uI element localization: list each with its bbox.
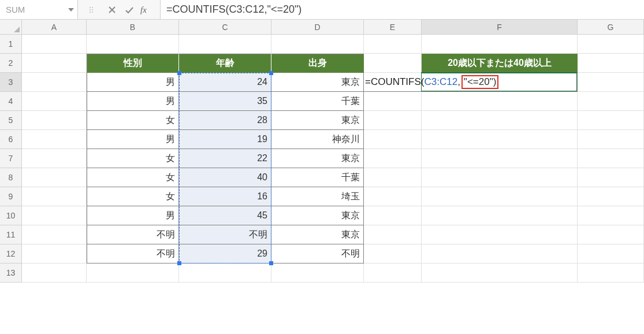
table-row-gender-3[interactable]: 男 xyxy=(87,73,179,92)
expand-icon[interactable] xyxy=(83,0,100,19)
gridcell-A6[interactable] xyxy=(22,130,87,149)
cancel-icon[interactable] xyxy=(103,0,121,19)
gridcell-A1[interactable] xyxy=(22,35,87,54)
gridcell-E10[interactable] xyxy=(364,206,422,225)
row-header-4[interactable]: 4 xyxy=(0,92,22,111)
select-all-button[interactable] xyxy=(0,20,22,35)
table-row-gender-7[interactable]: 女 xyxy=(87,149,179,168)
gridcell-F13[interactable] xyxy=(422,264,578,283)
gridcell-A10[interactable] xyxy=(22,206,87,225)
table-row-gender-5[interactable]: 女 xyxy=(87,111,179,130)
gridcell-F9[interactable] xyxy=(422,187,578,206)
gridcell-G11[interactable] xyxy=(578,225,644,244)
gridcell-F10[interactable] xyxy=(422,206,578,225)
selection-handle-0[interactable] xyxy=(177,71,181,75)
gridcell-F5[interactable] xyxy=(422,111,578,130)
table-row-gender-9[interactable]: 女 xyxy=(87,187,179,206)
row-header-13[interactable]: 13 xyxy=(0,264,22,283)
table-row-origin-5[interactable]: 東京 xyxy=(271,111,364,130)
selection-handle-1[interactable] xyxy=(269,71,273,75)
table-row-origin-4[interactable]: 千葉 xyxy=(271,92,364,111)
gridcell-A4[interactable] xyxy=(22,92,87,111)
row-header-11[interactable]: 11 xyxy=(0,225,22,244)
gridcell-A5[interactable] xyxy=(22,111,87,130)
table-row-gender-11[interactable]: 不明 xyxy=(87,225,179,244)
formula-input[interactable]: =COUNTIFS(C3:C12,"<=20") xyxy=(161,0,644,19)
table-row-age-11[interactable]: 不明 xyxy=(179,225,271,244)
row-header-9[interactable]: 9 xyxy=(0,187,22,206)
table-row-age-9[interactable]: 16 xyxy=(179,187,271,206)
gridcell-G9[interactable] xyxy=(578,187,644,206)
row-header-12[interactable]: 12 xyxy=(0,244,22,264)
gridcell-G4[interactable] xyxy=(578,92,644,111)
gridcell-E13[interactable] xyxy=(364,264,422,283)
table-row-origin-11[interactable]: 東京 xyxy=(271,225,364,244)
column-header-f[interactable]: F xyxy=(422,20,578,35)
table-row-gender-12[interactable]: 不明 xyxy=(87,244,179,264)
gridcell-B13[interactable] xyxy=(87,264,179,283)
gridcell-G3[interactable] xyxy=(578,73,644,92)
gridcell-C1[interactable] xyxy=(179,35,271,54)
table-row-gender-6[interactable]: 男 xyxy=(87,130,179,149)
table-row-origin-3[interactable]: 東京 xyxy=(271,73,364,92)
gridcell-E12[interactable] xyxy=(364,244,422,264)
row-header-7[interactable]: 7 xyxy=(0,149,22,168)
enter-icon[interactable] xyxy=(121,0,138,19)
row-header-3[interactable]: 3 xyxy=(0,73,22,92)
gridcell-G7[interactable] xyxy=(578,149,644,168)
gridcell-G13[interactable] xyxy=(578,264,644,283)
gridcell-A3[interactable] xyxy=(22,73,87,92)
gridcell-E5[interactable] xyxy=(364,111,422,130)
table-row-gender-4[interactable]: 男 xyxy=(87,92,179,111)
table-row-age-5[interactable]: 28 xyxy=(179,111,271,130)
row-header-1[interactable]: 1 xyxy=(0,35,22,54)
gridcell-F7[interactable] xyxy=(422,149,578,168)
column-header-d[interactable]: D xyxy=(271,20,364,35)
gridcell-B1[interactable] xyxy=(87,35,179,54)
table-row-age-4[interactable]: 35 xyxy=(179,92,271,111)
gridcell-F4[interactable] xyxy=(422,92,578,111)
row-header-8[interactable]: 8 xyxy=(0,168,22,187)
table-row-gender-10[interactable]: 男 xyxy=(87,206,179,225)
gridcell-C13[interactable] xyxy=(179,264,271,283)
column-header-b[interactable]: B xyxy=(87,20,179,35)
gridcell-E11[interactable] xyxy=(364,225,422,244)
selection-handle-2[interactable] xyxy=(177,261,181,265)
gridcell-A7[interactable] xyxy=(22,149,87,168)
gridcell-D13[interactable] xyxy=(271,264,364,283)
table-row-origin-12[interactable]: 不明 xyxy=(271,244,364,264)
gridcell-F6[interactable] xyxy=(422,130,578,149)
gridcell-E4[interactable] xyxy=(364,92,422,111)
table-row-age-7[interactable]: 22 xyxy=(179,149,271,168)
gridcell-G1[interactable] xyxy=(578,35,644,54)
gridcell-G2[interactable] xyxy=(578,54,644,73)
gridcell-E2[interactable] xyxy=(364,54,422,73)
gridcell-G12[interactable] xyxy=(578,244,644,264)
row-header-10[interactable]: 10 xyxy=(0,206,22,225)
column-header-e[interactable]: E xyxy=(364,20,422,35)
gridcell-E6[interactable] xyxy=(364,130,422,149)
row-header-5[interactable]: 5 xyxy=(0,111,22,130)
selection-handle-3[interactable] xyxy=(269,261,273,265)
gridcell-A8[interactable] xyxy=(22,168,87,187)
table-row-gender-8[interactable]: 女 xyxy=(87,168,179,187)
gridcell-G8[interactable] xyxy=(578,168,644,187)
gridcell-G10[interactable] xyxy=(578,206,644,225)
gridcell-A11[interactable] xyxy=(22,225,87,244)
gridcell-G6[interactable] xyxy=(578,130,644,149)
table-row-origin-10[interactable]: 東京 xyxy=(271,206,364,225)
table-row-age-10[interactable]: 45 xyxy=(179,206,271,225)
column-header-c[interactable]: C xyxy=(179,20,271,35)
gridcell-F8[interactable] xyxy=(422,168,578,187)
gridcell-F11[interactable] xyxy=(422,225,578,244)
name-box[interactable]: SUM xyxy=(0,0,78,19)
table-row-age-3[interactable]: 24 xyxy=(179,73,271,92)
table-row-origin-7[interactable]: 東京 xyxy=(271,149,364,168)
gridcell-G5[interactable] xyxy=(578,111,644,130)
table-row-origin-6[interactable]: 神奈川 xyxy=(271,130,364,149)
gridcell-A13[interactable] xyxy=(22,264,87,283)
fx-icon[interactable]: fx xyxy=(138,0,155,19)
active-formula-cell[interactable]: =COUNTIFS(C3:C12,"<=20") xyxy=(364,73,578,92)
gridcell-F1[interactable] xyxy=(422,35,578,54)
row-header-6[interactable]: 6 xyxy=(0,130,22,149)
